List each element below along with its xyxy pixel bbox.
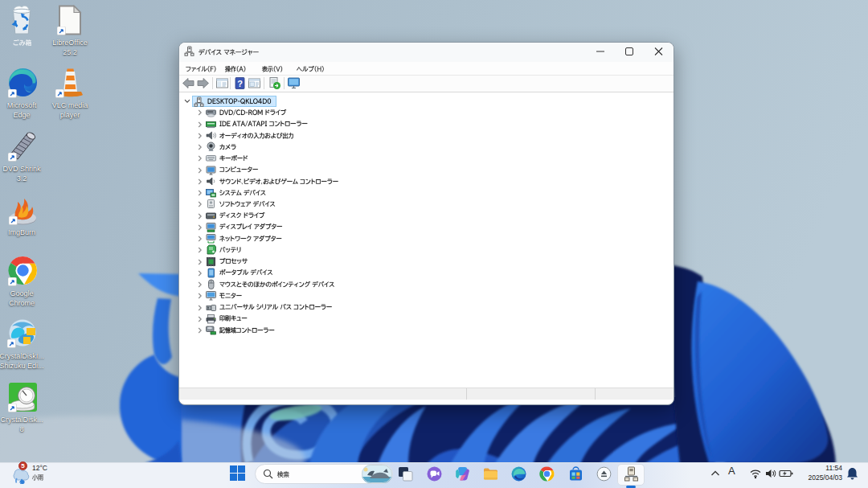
svg-text:?: ? bbox=[237, 79, 243, 88]
